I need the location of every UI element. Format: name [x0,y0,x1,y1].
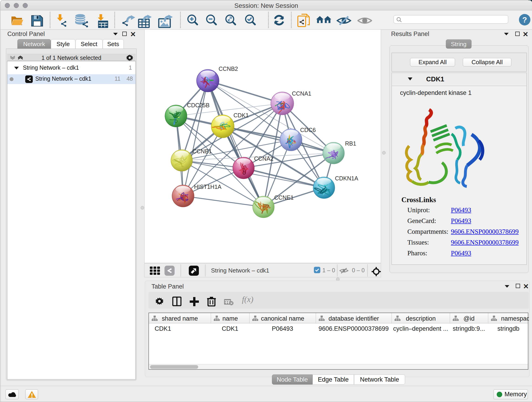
svg-text:CCNB2: CCNB2 [219,65,238,72]
svg-text:CDK1: CDK1 [234,112,249,119]
svg-text:CDKN1A: CDKN1A [335,175,358,182]
svg-text:CDC6: CDC6 [300,127,316,133]
svg-text:CCNE1: CCNE1 [274,194,294,201]
svg-text:CCNB1: CCNB1 [192,148,212,154]
svg-text:HIST1H1A: HIST1H1A [194,184,222,190]
svg-text:CDC25B: CDC25B [187,102,210,108]
svg-text:CCNA2: CCNA2 [254,155,273,162]
svg-text:CCNA1: CCNA1 [292,90,311,97]
svg-text:RB1: RB1 [345,140,356,147]
